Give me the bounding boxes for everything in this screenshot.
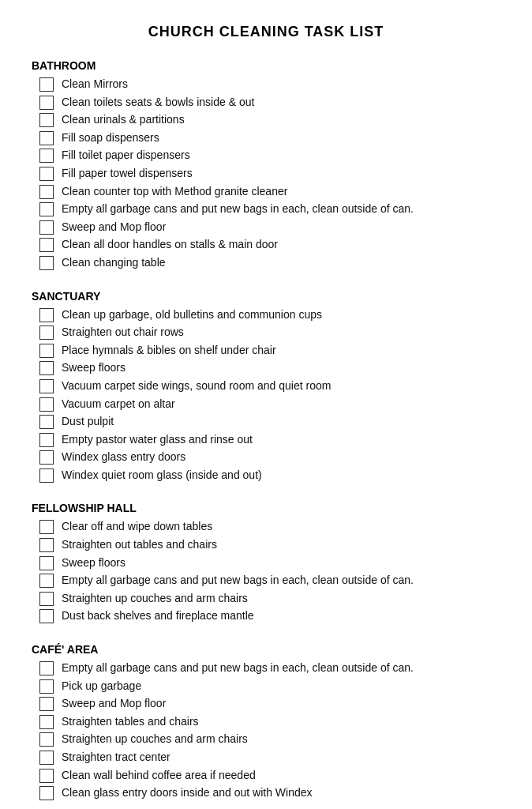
task-label: Clean wall behind coffee area if needed: [62, 768, 256, 784]
section-title-fellowship-hall: FELLOWSHIP HALL: [32, 502, 500, 514]
task-checkbox[interactable]: [39, 468, 54, 483]
page-title: CHURCH CLEANING TASK LIST: [32, 24, 500, 40]
task-checkbox[interactable]: [39, 397, 54, 412]
task-label: Clean changing table: [62, 255, 166, 271]
task-checkbox[interactable]: [39, 185, 54, 199]
task-item: Place hymnals & bibles on shelf under ch…: [39, 343, 500, 359]
task-item: Pick up garbage: [39, 679, 500, 694]
task-item: Clean toilets seats & bowls inside & out: [39, 95, 500, 111]
task-label: Dust back shelves and fireplace mantle: [62, 608, 254, 624]
task-label: Fill paper towel dispensers: [62, 166, 193, 182]
task-item: Straighten tract center: [39, 750, 500, 766]
task-label: Straighten out tables and chairs: [62, 537, 217, 553]
task-checkbox[interactable]: [39, 113, 54, 127]
task-checkbox[interactable]: [39, 679, 54, 694]
section-sanctuary: SANCTUARYClean up garbage, old bulletins…: [32, 290, 500, 484]
task-item: Clean Mirrors: [39, 77, 500, 92]
task-label: Fill toilet paper dispensers: [62, 148, 190, 164]
task-checkbox[interactable]: [39, 220, 54, 235]
task-item: Sweep and Mop floor: [39, 220, 500, 235]
task-label: Clean up garbage, old bulletins and comm…: [62, 307, 322, 323]
task-checkbox[interactable]: [39, 77, 54, 92]
task-checkbox[interactable]: [39, 609, 54, 623]
task-checkbox[interactable]: [39, 697, 54, 711]
task-checkbox[interactable]: [39, 574, 54, 588]
task-label: Empty all garbage cans and put new bags …: [62, 573, 414, 589]
task-item: Clean all door handles on stalls & main …: [39, 237, 500, 253]
task-checkbox[interactable]: [39, 167, 54, 181]
task-checkbox[interactable]: [39, 308, 54, 322]
task-checkbox[interactable]: [39, 433, 54, 447]
task-item: Clean changing table: [39, 255, 500, 271]
task-label: Clean counter top with Method granite cl…: [62, 184, 287, 200]
task-label: Empty pastor water glass and rinse out: [62, 432, 253, 448]
task-checkbox[interactable]: [39, 592, 54, 606]
task-item: Fill toilet paper dispensers: [39, 148, 500, 164]
task-label: Straighten up couches and arm chairs: [62, 732, 248, 747]
task-label: Pick up garbage: [62, 679, 141, 694]
task-checkbox[interactable]: [39, 96, 54, 110]
task-label: Vacuum carpet on altar: [62, 397, 175, 412]
task-label: Clean Mirrors: [62, 77, 128, 92]
task-item: Vacuum carpet side wings, sound room and…: [39, 378, 500, 394]
task-checkbox[interactable]: [39, 344, 54, 358]
task-checkbox[interactable]: [39, 415, 54, 429]
section-title-bathroom: BATHROOM: [32, 59, 500, 72]
task-checkbox[interactable]: [39, 556, 54, 570]
task-checkbox[interactable]: [39, 238, 54, 252]
task-label: Windex glass entry doors: [62, 450, 185, 465]
task-label: Sweep and Mop floor: [62, 220, 166, 235]
section-fellowship-hall: FELLOWSHIP HALLClear off and wipe down t…: [32, 502, 500, 624]
task-label: Straighten out chair rows: [62, 325, 184, 341]
task-item: Empty all garbage cans and put new bags …: [39, 660, 500, 676]
task-checkbox[interactable]: [39, 131, 54, 145]
task-item: Straighten out chair rows: [39, 325, 500, 341]
task-item: Clean counter top with Method granite cl…: [39, 184, 500, 200]
task-checkbox[interactable]: [39, 786, 54, 800]
task-label: Empty all garbage cans and put new bags …: [62, 660, 414, 676]
task-checkbox[interactable]: [39, 202, 54, 216]
task-item: Dust back shelves and fireplace mantle: [39, 608, 500, 624]
task-item: Sweep and Mop floor: [39, 696, 500, 712]
task-item: Straighten out tables and chairs: [39, 537, 500, 553]
task-checkbox[interactable]: [39, 325, 54, 340]
task-checkbox[interactable]: [39, 520, 54, 534]
task-item: Empty pastor water glass and rinse out: [39, 432, 500, 448]
task-label: Empty all garbage cans and put new bags …: [62, 201, 414, 217]
task-label: Clean urinals & partitions: [62, 112, 185, 128]
task-label: Windex quiet room glass (inside and out): [62, 468, 262, 484]
task-checkbox[interactable]: [39, 379, 54, 393]
task-item: Empty all garbage cans and put new bags …: [39, 573, 500, 589]
section-bathroom: BATHROOMClean MirrorsClean toilets seats…: [32, 59, 500, 271]
task-label: Straighten tables and chairs: [62, 714, 199, 730]
task-checkbox[interactable]: [39, 361, 54, 375]
task-checkbox[interactable]: [39, 661, 54, 675]
task-item: Fill paper towel dispensers: [39, 166, 500, 182]
task-label: Sweep floors: [62, 555, 126, 571]
task-item: Vacuum carpet on altar: [39, 397, 500, 412]
task-label: Clean toilets seats & bowls inside & out: [62, 95, 254, 111]
task-item: Clean wall behind coffee area if needed: [39, 768, 500, 784]
task-checkbox[interactable]: [39, 715, 54, 729]
task-item: Clean urinals & partitions: [39, 112, 500, 128]
task-label: Clean glass entry doors inside and out w…: [62, 785, 313, 801]
task-checkbox[interactable]: [39, 769, 54, 783]
task-label: Place hymnals & bibles on shelf under ch…: [62, 343, 276, 359]
task-item: Empty all garbage cans and put new bags …: [39, 201, 500, 217]
section-cafe-area: CAFÉ' AREAEmpty all garbage cans and put…: [32, 643, 500, 801]
task-label: Sweep floors: [62, 360, 126, 376]
task-checkbox[interactable]: [39, 450, 54, 465]
task-checkbox[interactable]: [39, 256, 54, 270]
task-label: Vacuum carpet side wings, sound room and…: [62, 378, 331, 394]
task-checkbox[interactable]: [39, 732, 54, 747]
task-item: Straighten tables and chairs: [39, 714, 500, 730]
section-title-cafe-area: CAFÉ' AREA: [32, 643, 500, 656]
task-checkbox[interactable]: [39, 751, 54, 765]
task-label: Dust pulpit: [62, 414, 114, 430]
task-label: Fill soap dispensers: [62, 130, 159, 146]
task-item: Dust pulpit: [39, 414, 500, 430]
task-label: Straighten up couches and arm chairs: [62, 591, 248, 607]
task-checkbox[interactable]: [39, 149, 54, 163]
task-checkbox[interactable]: [39, 538, 54, 552]
task-label: Sweep and Mop floor: [62, 696, 166, 712]
